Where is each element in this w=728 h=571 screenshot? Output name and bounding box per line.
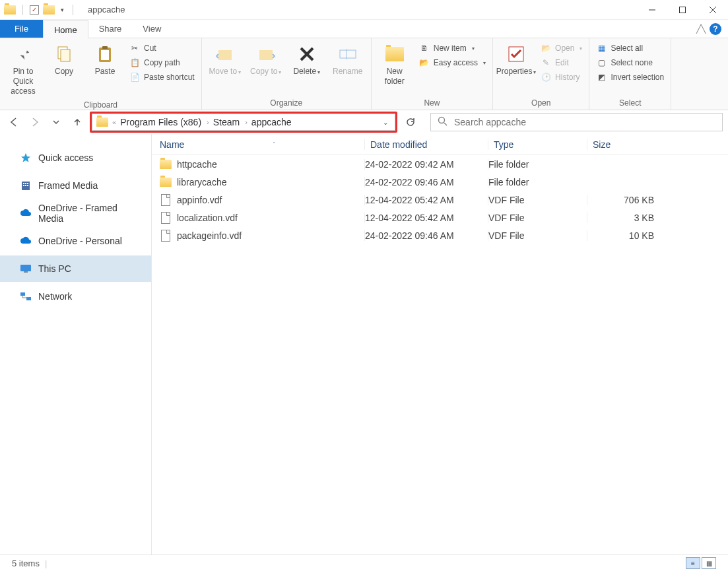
edit-button[interactable]: ✎Edit [538, 55, 585, 70]
breadcrumb-segment[interactable]: Program Files (x86) [120, 117, 201, 127]
delete-icon [296, 44, 317, 65]
refresh-button[interactable] [401, 113, 420, 131]
qat-properties-icon[interactable]: ✓ [30, 5, 39, 15]
sort-indicator-icon: ˄ [273, 141, 276, 148]
svg-rect-13 [340, 50, 356, 58]
paste-button[interactable]: Paste [86, 41, 124, 79]
chevron-down-icon: ▾ [472, 46, 475, 51]
collapse-ribbon-icon[interactable]: ╱╲ [696, 24, 706, 34]
properties-button[interactable]: Properties▾ [497, 41, 535, 79]
column-header-date[interactable]: Date modified [364, 139, 488, 150]
copy-button[interactable]: Copy [45, 41, 83, 79]
recent-locations-button[interactable] [48, 114, 65, 131]
new-folder-icon [384, 44, 405, 65]
history-button[interactable]: 🕑History [538, 70, 585, 84]
search-box[interactable] [430, 113, 723, 131]
column-header-type[interactable]: Type [488, 139, 587, 150]
copy-to-button[interactable]: Copy to▾ [247, 41, 285, 79]
file-icon [161, 194, 170, 206]
file-row[interactable]: appinfo.vdf12-04-2022 05:42 AMVDF File70… [152, 191, 728, 209]
chevron-down-icon: ▾ [533, 69, 536, 75]
pin-quick-access-button[interactable]: Pin to Quick access [4, 41, 42, 99]
new-folder-button[interactable]: New folder [376, 41, 414, 89]
address-dropdown-icon[interactable]: ⌄ [380, 119, 391, 126]
sidebar-item-onedrive-framed-media[interactable]: OneDrive - Framed Media [0, 200, 151, 226]
close-button[interactable] [698, 0, 728, 20]
move-to-button[interactable]: Move to▾ [206, 41, 244, 79]
back-button[interactable] [5, 114, 22, 131]
star-icon [20, 152, 32, 164]
paste-shortcut-button[interactable]: 📄Paste shortcut [127, 70, 197, 84]
address-bar-highlight: « Program Files (x86)› Steam› appcache ⌄ [90, 112, 397, 133]
chevron-right-icon: › [207, 118, 209, 126]
file-row[interactable]: httpcache24-02-2022 09:42 AMFile folder [152, 155, 728, 173]
maximize-button[interactable] [667, 0, 698, 20]
file-row[interactable]: librarycache24-02-2022 09:46 AMFile fold… [152, 173, 728, 191]
select-none-icon: ▢ [596, 57, 607, 68]
tab-home[interactable]: Home [43, 20, 88, 38]
file-date: 24-02-2022 09:46 AM [364, 177, 488, 187]
file-row[interactable]: packageinfo.vdf24-02-2022 09:46 AMVDF Fi… [152, 226, 728, 244]
svg-rect-9 [218, 50, 232, 60]
easy-access-icon: 📂 [419, 57, 430, 68]
folder-icon [160, 160, 172, 169]
breadcrumb-segment[interactable]: Steam [213, 117, 240, 127]
invert-selection-button[interactable]: ◩Invert selection [593, 70, 667, 84]
details-view-button[interactable]: ≡ [686, 557, 700, 569]
file-row[interactable]: localization.vdf12-04-2022 05:42 AMVDF F… [152, 209, 728, 226]
forward-button[interactable] [26, 114, 44, 131]
navbar: « Program Files (x86)› Steam› appcache ⌄ [0, 110, 728, 134]
rename-button[interactable]: Rename [329, 41, 367, 79]
svg-point-16 [439, 118, 445, 123]
svg-rect-20 [25, 183, 26, 184]
minimize-button[interactable] [637, 0, 667, 20]
copy-to-icon [255, 44, 277, 65]
file-type: File folder [488, 159, 587, 170]
sidebar-item-label: OneDrive - Personal [38, 236, 122, 246]
copy-path-icon: 📋 [129, 57, 140, 68]
organize-group-label: Organize [206, 97, 367, 108]
sidebar-item-label: Quick access [38, 152, 93, 163]
file-size: 706 KB [587, 195, 666, 205]
ribbon: Pin to Quick access Copy Paste ✂Cut 📋Cop… [0, 38, 728, 110]
svg-rect-7 [101, 50, 109, 60]
copy-path-button[interactable]: 📋Copy path [127, 55, 197, 70]
open-button[interactable]: 📂Open▾ [538, 41, 585, 55]
pc-icon [20, 263, 32, 275]
sidebar-item-framed-media[interactable]: Framed Media [0, 172, 151, 199]
delete-button[interactable]: Delete▾ [288, 41, 326, 79]
easy-access-button[interactable]: 📂Easy access▾ [416, 55, 488, 70]
file-type: VDF File [488, 230, 587, 241]
address-bar[interactable]: « Program Files (x86)› Steam› appcache ⌄ [92, 114, 395, 131]
file-type: File folder [488, 177, 587, 187]
svg-rect-23 [25, 185, 26, 186]
tab-share[interactable]: Share [88, 20, 133, 38]
column-header-name[interactable]: Name˄ [152, 139, 364, 150]
sidebar-item-this-pc[interactable]: This PC [0, 255, 151, 282]
invert-selection-icon: ◩ [596, 72, 607, 83]
qat-dropdown-icon[interactable]: ▾ [59, 7, 66, 13]
breadcrumb-segment[interactable]: appcache [251, 117, 292, 127]
new-item-button[interactable]: 🗎New item▾ [416, 41, 488, 55]
tab-file[interactable]: File [0, 20, 43, 38]
sidebar-item-quick-access[interactable]: Quick access [0, 145, 151, 171]
new-item-icon: 🗎 [419, 43, 430, 53]
chevron-down-icon: ▾ [238, 69, 241, 75]
status-text: 5 items [12, 558, 40, 568]
cut-button[interactable]: ✂Cut [127, 41, 197, 55]
column-header-size[interactable]: Size [587, 139, 666, 150]
up-button[interactable] [69, 114, 86, 131]
file-name: appinfo.vdf [177, 195, 222, 205]
sidebar-item-network[interactable]: Network [0, 283, 151, 310]
file-date: 12-04-2022 05:42 AM [364, 213, 488, 223]
svg-rect-8 [102, 46, 108, 49]
copy-icon [53, 44, 75, 65]
large-icons-view-button[interactable]: ▦ [702, 557, 716, 569]
help-icon[interactable]: ? [710, 23, 721, 35]
qat-folder-icon[interactable] [43, 5, 55, 15]
select-all-button[interactable]: ▦Select all [593, 41, 667, 55]
tab-view[interactable]: View [132, 20, 172, 38]
select-none-button[interactable]: ▢Select none [593, 55, 667, 70]
search-input[interactable] [454, 117, 715, 127]
sidebar-item-onedrive-personal[interactable]: OneDrive - Personal [0, 228, 151, 254]
